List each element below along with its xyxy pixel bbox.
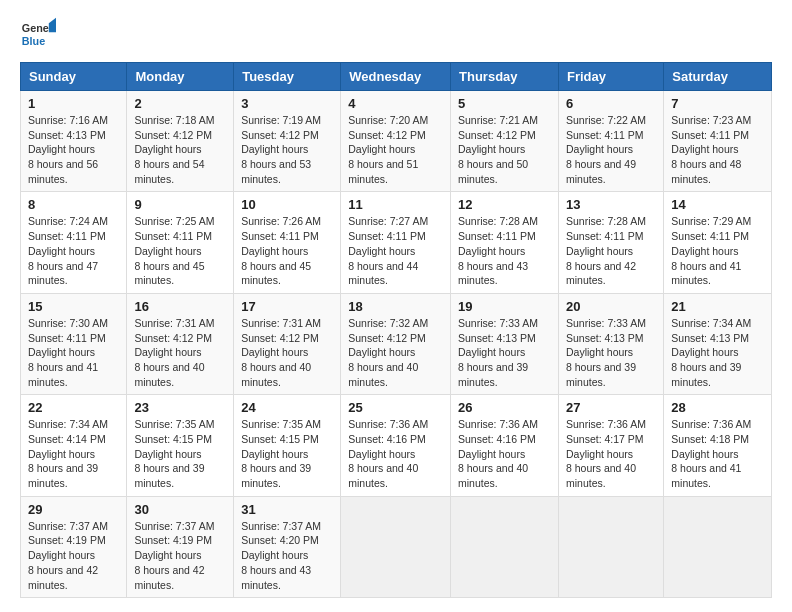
day-info: Sunrise: 7:21 AM Sunset: 4:12 PM Dayligh… xyxy=(458,114,538,185)
calendar-cell: 6 Sunrise: 7:22 AM Sunset: 4:11 PM Dayli… xyxy=(558,91,663,192)
calendar-table: SundayMondayTuesdayWednesdayThursdayFrid… xyxy=(20,62,772,598)
day-info: Sunrise: 7:36 AM Sunset: 4:16 PM Dayligh… xyxy=(348,418,428,489)
calendar-cell: 27 Sunrise: 7:36 AM Sunset: 4:17 PM Dayl… xyxy=(558,395,663,496)
day-info: Sunrise: 7:36 AM Sunset: 4:16 PM Dayligh… xyxy=(458,418,538,489)
weekday-header: Monday xyxy=(127,63,234,91)
day-info: Sunrise: 7:24 AM Sunset: 4:11 PM Dayligh… xyxy=(28,215,108,286)
weekday-header: Friday xyxy=(558,63,663,91)
calendar-cell: 29 Sunrise: 7:37 AM Sunset: 4:19 PM Dayl… xyxy=(21,496,127,597)
day-info: Sunrise: 7:36 AM Sunset: 4:18 PM Dayligh… xyxy=(671,418,751,489)
day-number: 17 xyxy=(241,299,333,314)
calendar-cell: 14 Sunrise: 7:29 AM Sunset: 4:11 PM Dayl… xyxy=(664,192,772,293)
calendar-cell: 24 Sunrise: 7:35 AM Sunset: 4:15 PM Dayl… xyxy=(234,395,341,496)
logo: General Blue xyxy=(20,16,56,52)
day-number: 9 xyxy=(134,197,226,212)
day-info: Sunrise: 7:35 AM Sunset: 4:15 PM Dayligh… xyxy=(241,418,321,489)
day-number: 28 xyxy=(671,400,764,415)
page: General Blue SundayMondayTuesdayWednesda… xyxy=(0,0,792,612)
calendar-cell: 12 Sunrise: 7:28 AM Sunset: 4:11 PM Dayl… xyxy=(451,192,559,293)
calendar-cell: 2 Sunrise: 7:18 AM Sunset: 4:12 PM Dayli… xyxy=(127,91,234,192)
day-number: 13 xyxy=(566,197,656,212)
day-info: Sunrise: 7:33 AM Sunset: 4:13 PM Dayligh… xyxy=(458,317,538,388)
day-info: Sunrise: 7:35 AM Sunset: 4:15 PM Dayligh… xyxy=(134,418,214,489)
svg-marker-2 xyxy=(49,18,56,32)
day-info: Sunrise: 7:29 AM Sunset: 4:11 PM Dayligh… xyxy=(671,215,751,286)
day-info: Sunrise: 7:28 AM Sunset: 4:11 PM Dayligh… xyxy=(458,215,538,286)
day-number: 14 xyxy=(671,197,764,212)
day-info: Sunrise: 7:34 AM Sunset: 4:13 PM Dayligh… xyxy=(671,317,751,388)
calendar-cell: 25 Sunrise: 7:36 AM Sunset: 4:16 PM Dayl… xyxy=(341,395,451,496)
general-blue-logo-icon: General Blue xyxy=(20,16,56,52)
day-number: 5 xyxy=(458,96,551,111)
calendar-cell: 31 Sunrise: 7:37 AM Sunset: 4:20 PM Dayl… xyxy=(234,496,341,597)
calendar-cell: 23 Sunrise: 7:35 AM Sunset: 4:15 PM Dayl… xyxy=(127,395,234,496)
calendar-cell: 22 Sunrise: 7:34 AM Sunset: 4:14 PM Dayl… xyxy=(21,395,127,496)
day-info: Sunrise: 7:27 AM Sunset: 4:11 PM Dayligh… xyxy=(348,215,428,286)
calendar-cell: 11 Sunrise: 7:27 AM Sunset: 4:11 PM Dayl… xyxy=(341,192,451,293)
day-number: 19 xyxy=(458,299,551,314)
day-info: Sunrise: 7:31 AM Sunset: 4:12 PM Dayligh… xyxy=(134,317,214,388)
day-number: 24 xyxy=(241,400,333,415)
day-info: Sunrise: 7:37 AM Sunset: 4:19 PM Dayligh… xyxy=(134,520,214,591)
day-number: 16 xyxy=(134,299,226,314)
day-number: 1 xyxy=(28,96,119,111)
day-info: Sunrise: 7:33 AM Sunset: 4:13 PM Dayligh… xyxy=(566,317,646,388)
day-info: Sunrise: 7:28 AM Sunset: 4:11 PM Dayligh… xyxy=(566,215,646,286)
calendar-cell xyxy=(341,496,451,597)
calendar-cell: 9 Sunrise: 7:25 AM Sunset: 4:11 PM Dayli… xyxy=(127,192,234,293)
day-info: Sunrise: 7:31 AM Sunset: 4:12 PM Dayligh… xyxy=(241,317,321,388)
day-info: Sunrise: 7:36 AM Sunset: 4:17 PM Dayligh… xyxy=(566,418,646,489)
day-number: 4 xyxy=(348,96,443,111)
calendar-cell: 5 Sunrise: 7:21 AM Sunset: 4:12 PM Dayli… xyxy=(451,91,559,192)
day-info: Sunrise: 7:37 AM Sunset: 4:20 PM Dayligh… xyxy=(241,520,321,591)
calendar-cell: 13 Sunrise: 7:28 AM Sunset: 4:11 PM Dayl… xyxy=(558,192,663,293)
header: General Blue xyxy=(20,16,772,52)
weekday-header: Sunday xyxy=(21,63,127,91)
day-number: 23 xyxy=(134,400,226,415)
day-info: Sunrise: 7:37 AM Sunset: 4:19 PM Dayligh… xyxy=(28,520,108,591)
day-number: 10 xyxy=(241,197,333,212)
weekday-header: Saturday xyxy=(664,63,772,91)
day-number: 30 xyxy=(134,502,226,517)
day-number: 2 xyxy=(134,96,226,111)
day-number: 11 xyxy=(348,197,443,212)
day-info: Sunrise: 7:22 AM Sunset: 4:11 PM Dayligh… xyxy=(566,114,646,185)
calendar-cell: 30 Sunrise: 7:37 AM Sunset: 4:19 PM Dayl… xyxy=(127,496,234,597)
calendar-cell: 1 Sunrise: 7:16 AM Sunset: 4:13 PM Dayli… xyxy=(21,91,127,192)
day-number: 29 xyxy=(28,502,119,517)
calendar-cell: 4 Sunrise: 7:20 AM Sunset: 4:12 PM Dayli… xyxy=(341,91,451,192)
calendar-cell: 16 Sunrise: 7:31 AM Sunset: 4:12 PM Dayl… xyxy=(127,293,234,394)
day-number: 27 xyxy=(566,400,656,415)
day-number: 6 xyxy=(566,96,656,111)
day-number: 12 xyxy=(458,197,551,212)
calendar-cell: 17 Sunrise: 7:31 AM Sunset: 4:12 PM Dayl… xyxy=(234,293,341,394)
calendar-cell: 10 Sunrise: 7:26 AM Sunset: 4:11 PM Dayl… xyxy=(234,192,341,293)
day-number: 20 xyxy=(566,299,656,314)
day-number: 8 xyxy=(28,197,119,212)
day-number: 25 xyxy=(348,400,443,415)
calendar-cell: 20 Sunrise: 7:33 AM Sunset: 4:13 PM Dayl… xyxy=(558,293,663,394)
day-number: 7 xyxy=(671,96,764,111)
day-number: 26 xyxy=(458,400,551,415)
weekday-header: Wednesday xyxy=(341,63,451,91)
calendar-cell xyxy=(558,496,663,597)
day-info: Sunrise: 7:16 AM Sunset: 4:13 PM Dayligh… xyxy=(28,114,108,185)
calendar-cell: 26 Sunrise: 7:36 AM Sunset: 4:16 PM Dayl… xyxy=(451,395,559,496)
calendar-cell: 19 Sunrise: 7:33 AM Sunset: 4:13 PM Dayl… xyxy=(451,293,559,394)
day-info: Sunrise: 7:34 AM Sunset: 4:14 PM Dayligh… xyxy=(28,418,108,489)
calendar-cell xyxy=(451,496,559,597)
day-number: 21 xyxy=(671,299,764,314)
calendar-cell xyxy=(664,496,772,597)
day-info: Sunrise: 7:18 AM Sunset: 4:12 PM Dayligh… xyxy=(134,114,214,185)
day-info: Sunrise: 7:19 AM Sunset: 4:12 PM Dayligh… xyxy=(241,114,321,185)
day-info: Sunrise: 7:20 AM Sunset: 4:12 PM Dayligh… xyxy=(348,114,428,185)
calendar-cell: 3 Sunrise: 7:19 AM Sunset: 4:12 PM Dayli… xyxy=(234,91,341,192)
day-number: 18 xyxy=(348,299,443,314)
calendar-cell: 8 Sunrise: 7:24 AM Sunset: 4:11 PM Dayli… xyxy=(21,192,127,293)
calendar-cell: 21 Sunrise: 7:34 AM Sunset: 4:13 PM Dayl… xyxy=(664,293,772,394)
svg-text:Blue: Blue xyxy=(22,35,45,47)
calendar-cell: 7 Sunrise: 7:23 AM Sunset: 4:11 PM Dayli… xyxy=(664,91,772,192)
day-info: Sunrise: 7:25 AM Sunset: 4:11 PM Dayligh… xyxy=(134,215,214,286)
day-number: 3 xyxy=(241,96,333,111)
day-number: 31 xyxy=(241,502,333,517)
